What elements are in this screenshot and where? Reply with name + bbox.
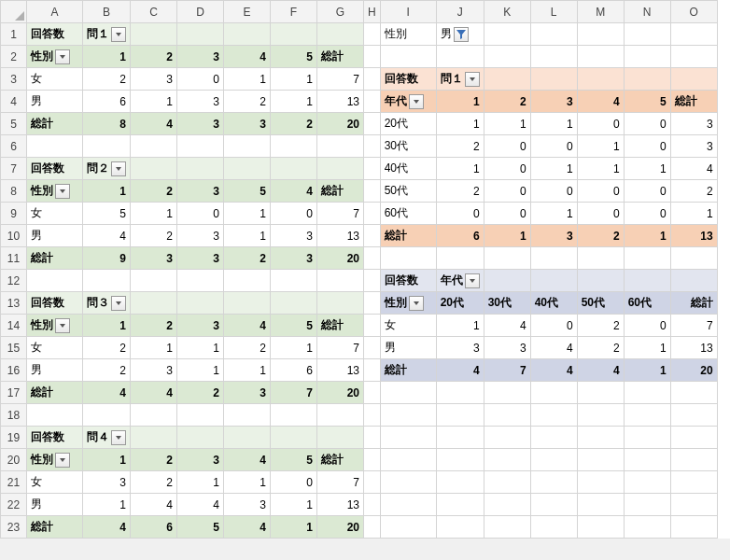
cell-G4[interactable]: 13 bbox=[317, 91, 364, 113]
cell-O9[interactable]: 1 bbox=[670, 203, 717, 225]
cell-I19[interactable] bbox=[380, 427, 436, 449]
cell-N7[interactable]: 1 bbox=[624, 158, 670, 180]
cell-G5[interactable]: 20 bbox=[317, 113, 364, 135]
cell-D22[interactable]: 4 bbox=[177, 494, 224, 516]
cell-O11[interactable] bbox=[670, 247, 717, 270]
cell-N2[interactable] bbox=[624, 46, 670, 68]
cell-H7[interactable] bbox=[364, 158, 381, 180]
cell-M15[interactable]: 2 bbox=[577, 337, 624, 359]
cell-A13[interactable]: 回答数 bbox=[27, 292, 83, 315]
cell-O8[interactable]: 2 bbox=[670, 180, 717, 203]
cell-J20[interactable] bbox=[436, 449, 484, 471]
cell-O10[interactable]: 13 bbox=[670, 225, 717, 247]
cell-G17[interactable]: 20 bbox=[317, 382, 364, 404]
row-header-23[interactable]: 23 bbox=[1, 516, 27, 539]
row-header-10[interactable]: 10 bbox=[1, 225, 27, 247]
cell-D3[interactable]: 0 bbox=[177, 68, 224, 91]
cell-N12[interactable] bbox=[624, 270, 670, 292]
row-header-1[interactable]: 1 bbox=[1, 23, 27, 46]
row-header-21[interactable]: 21 bbox=[1, 471, 27, 494]
cell-I22[interactable] bbox=[380, 494, 436, 516]
cell-H14[interactable] bbox=[364, 315, 381, 337]
cell-J10[interactable]: 6 bbox=[436, 225, 484, 247]
cell-A22[interactable]: 男 bbox=[27, 494, 83, 516]
cell-D12[interactable] bbox=[177, 270, 224, 292]
cell-G16[interactable]: 13 bbox=[317, 359, 364, 382]
cell-M16[interactable]: 4 bbox=[577, 359, 624, 382]
cell-C14[interactable]: 2 bbox=[131, 315, 177, 337]
cell-A7[interactable]: 回答数 bbox=[27, 158, 83, 180]
cell-F10[interactable]: 3 bbox=[271, 225, 317, 247]
cell-K17[interactable] bbox=[484, 382, 530, 404]
cell-O12[interactable] bbox=[670, 270, 717, 292]
cell-C6[interactable] bbox=[131, 135, 177, 158]
cell-D15[interactable]: 1 bbox=[177, 337, 224, 359]
cell-E20[interactable]: 4 bbox=[224, 449, 271, 471]
col-header-G[interactable]: G bbox=[317, 1, 364, 23]
cell-G9[interactable]: 7 bbox=[317, 203, 364, 225]
cell-I20[interactable] bbox=[380, 449, 436, 471]
col-header-I[interactable]: I bbox=[380, 1, 436, 23]
cell-M6[interactable]: 1 bbox=[577, 135, 624, 158]
cell-D7[interactable] bbox=[177, 158, 224, 180]
pivot3-row-dropdown[interactable] bbox=[55, 318, 70, 333]
col-header-D[interactable]: D bbox=[177, 1, 224, 23]
cell-E10[interactable]: 1 bbox=[224, 225, 271, 247]
cell-D10[interactable]: 3 bbox=[177, 225, 224, 247]
cell-A18[interactable] bbox=[27, 404, 83, 427]
cell-M7[interactable]: 1 bbox=[577, 158, 624, 180]
cell-J21[interactable] bbox=[436, 471, 484, 494]
cell-D14[interactable]: 3 bbox=[177, 315, 224, 337]
cell-G6[interactable] bbox=[317, 135, 364, 158]
cell-A19[interactable]: 回答数 bbox=[27, 427, 83, 449]
cell-H15[interactable] bbox=[364, 337, 381, 359]
cell-M8[interactable]: 0 bbox=[577, 180, 624, 203]
cell-F15[interactable]: 1 bbox=[271, 337, 317, 359]
cell-L11[interactable] bbox=[530, 247, 577, 270]
cell-K14[interactable]: 4 bbox=[484, 315, 530, 337]
cell-J1[interactable]: 男 bbox=[436, 23, 484, 46]
cell-M17[interactable] bbox=[577, 382, 624, 404]
cell-O14[interactable]: 7 bbox=[670, 315, 717, 337]
cell-B6[interactable] bbox=[83, 135, 131, 158]
cell-A10[interactable]: 男 bbox=[27, 225, 83, 247]
cell-C18[interactable] bbox=[131, 404, 177, 427]
cell-K3[interactable] bbox=[484, 68, 530, 91]
cell-O1[interactable] bbox=[670, 23, 717, 46]
cell-N10[interactable]: 1 bbox=[624, 225, 670, 247]
cell-O23[interactable] bbox=[670, 516, 717, 539]
cell-E7[interactable] bbox=[224, 158, 271, 180]
cell-F1[interactable] bbox=[271, 23, 317, 46]
cell-F5[interactable]: 2 bbox=[271, 113, 317, 135]
cell-C8[interactable]: 2 bbox=[131, 180, 177, 203]
cell-K16[interactable]: 7 bbox=[484, 359, 530, 382]
cell-B5[interactable]: 8 bbox=[83, 113, 131, 135]
cell-D8[interactable]: 3 bbox=[177, 180, 224, 203]
cell-O2[interactable] bbox=[670, 46, 717, 68]
cell-F17[interactable]: 7 bbox=[271, 382, 317, 404]
cell-O15[interactable]: 13 bbox=[670, 337, 717, 359]
cell-G23[interactable]: 20 bbox=[317, 516, 364, 539]
cell-A12[interactable] bbox=[27, 270, 83, 292]
blue-column-dropdown[interactable] bbox=[465, 273, 480, 288]
row-header-11[interactable]: 11 bbox=[1, 247, 27, 270]
cell-H17[interactable] bbox=[364, 382, 381, 404]
cell-L9[interactable]: 1 bbox=[530, 203, 577, 225]
col-header-F[interactable]: F bbox=[271, 1, 317, 23]
grid[interactable]: ABCDEFGHIJKLMNO1回答数問１性別男2性別12345総計3女2301… bbox=[0, 0, 718, 539]
cell-E22[interactable]: 3 bbox=[224, 494, 271, 516]
cell-K9[interactable]: 0 bbox=[484, 203, 530, 225]
cell-A16[interactable]: 男 bbox=[27, 359, 83, 382]
cell-M21[interactable] bbox=[577, 471, 624, 494]
cell-G8[interactable]: 総計 bbox=[317, 180, 364, 203]
row-header-3[interactable]: 3 bbox=[1, 68, 27, 91]
cell-H5[interactable] bbox=[364, 113, 381, 135]
cell-O20[interactable] bbox=[670, 449, 717, 471]
cell-L14[interactable]: 0 bbox=[530, 315, 577, 337]
cell-L22[interactable] bbox=[530, 494, 577, 516]
cell-E23[interactable]: 4 bbox=[224, 516, 271, 539]
cell-D23[interactable]: 5 bbox=[177, 516, 224, 539]
cell-N3[interactable] bbox=[624, 68, 670, 91]
cell-F13[interactable] bbox=[271, 292, 317, 315]
cell-O6[interactable]: 3 bbox=[670, 135, 717, 158]
